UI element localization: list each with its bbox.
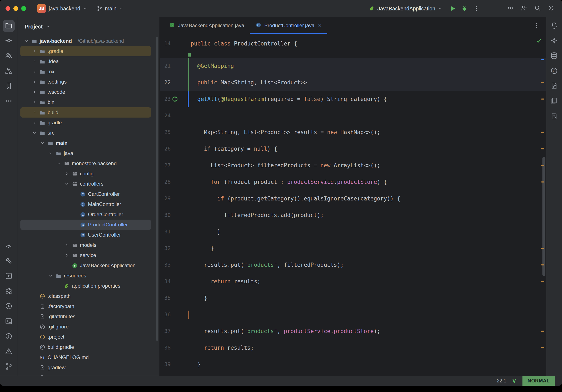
tab-javabackendapplication-java[interactable]: JavaBackendApplication.java [164, 17, 250, 34]
ai-assistant-chat-tool-button[interactable] [548, 35, 560, 47]
code-line-36[interactable]: 36 [160, 306, 546, 323]
notifications-tool-button[interactable] [548, 20, 560, 32]
line-number[interactable]: 25 [160, 124, 171, 141]
tree-item-usercontroller[interactable]: CUserController [20, 230, 151, 240]
line-number[interactable]: 35 [160, 290, 171, 306]
line-number[interactable]: 38 [160, 340, 171, 356]
editor-scrollbar[interactable] [542, 157, 545, 276]
persistence-tool-button[interactable] [548, 80, 560, 92]
line-number[interactable]: 29 [160, 190, 171, 207]
tree-item-javabackendapplication[interactable]: JavaBackendApplication [20, 261, 151, 271]
rest-endpoint-icon[interactable] [172, 96, 178, 102]
code-line-27[interactable]: 27 List<Product> filteredProducts = new … [160, 157, 546, 174]
tree-item-productcontroller[interactable]: CProductController [20, 220, 151, 230]
code-line-34[interactable]: 34 return results; [160, 273, 546, 290]
line-number[interactable]: 14 [160, 35, 171, 52]
tree-item-src[interactable]: src [20, 128, 151, 138]
vim-mode-badge[interactable]: NORMAL [522, 376, 555, 386]
close-icon[interactable]: × [318, 22, 322, 29]
tree-item-changelog-md[interactable]: MCHANGELOG.md [20, 352, 151, 362]
line-number[interactable]: 27 [160, 157, 171, 174]
tree-item-gitattributes[interactable]: .gitattributes [20, 311, 151, 322]
code-line-38[interactable]: 38 return results; [160, 340, 546, 356]
tree-item-java-backend[interactable]: java-backend~/Github/java-backend [20, 36, 151, 46]
branch-widget[interactable]: main [93, 4, 127, 13]
tree-item-idea[interactable]: .idea [20, 56, 151, 67]
tree-item-gitignore[interactable]: .gitignore [20, 322, 151, 332]
tree-item-settings[interactable]: .settings [20, 77, 151, 87]
line-number[interactable]: 32 [160, 240, 171, 257]
tree-item-classpath[interactable]: .classpath [20, 291, 151, 301]
chevron-right-icon[interactable] [31, 78, 38, 86]
settings-button[interactable] [546, 3, 556, 14]
inspections-ok-icon[interactable] [535, 37, 543, 44]
folded-region[interactable] [160, 52, 546, 58]
line-number[interactable]: 33 [160, 257, 171, 273]
tree-item-resources[interactable]: resources [20, 271, 151, 281]
tab-productcontroller-java[interactable]: CProductController.java× [250, 17, 327, 34]
tree-item-build-gradle[interactable]: Gbuild.gradle [20, 342, 151, 352]
bookmarks-tool-button[interactable] [3, 80, 15, 92]
line-number[interactable]: 22 [160, 74, 171, 91]
run-configuration-widget[interactable]: JavaBackendApplication [365, 4, 446, 13]
minimize-button[interactable] [13, 6, 18, 11]
tree-item-application-properties[interactable]: application.properties [20, 281, 151, 291]
chevron-right-icon[interactable] [31, 48, 38, 55]
more-run-options-button[interactable] [471, 3, 482, 14]
code-with-me-button[interactable] [519, 3, 529, 14]
tree-item-ordercontroller[interactable]: COrderController [20, 209, 151, 220]
close-button[interactable] [6, 6, 10, 11]
chevron-right-icon[interactable] [31, 109, 38, 116]
chevron-down-icon[interactable] [23, 37, 30, 45]
code-line-22[interactable]: 22 public Map<String, List<Product>> [160, 74, 546, 91]
line-number[interactable]: 26 [160, 141, 171, 157]
line-number[interactable]: 28 [160, 174, 171, 190]
pull-requests-tool-button[interactable] [3, 50, 15, 62]
gradle-tool-button[interactable]: G [548, 65, 560, 77]
line-number[interactable]: 31 [160, 224, 171, 240]
line-number[interactable]: 39 [160, 356, 171, 373]
line-number[interactable]: 21 [160, 58, 171, 74]
line-number[interactable]: 23 [160, 91, 171, 107]
chevron-down-icon[interactable] [31, 129, 38, 137]
tree-item-models[interactable]: models [20, 240, 151, 250]
services-tool-button[interactable] [3, 270, 15, 282]
chevron-down-icon[interactable] [63, 180, 70, 188]
code-line-14[interactable]: 14public class ProductController { [160, 35, 546, 52]
code-line-24[interactable]: 24 [160, 107, 546, 124]
tree-item-config[interactable]: config [20, 168, 151, 179]
tree-item-nx[interactable]: .nx [20, 67, 151, 77]
profiler-tool-button[interactable] [3, 240, 15, 252]
code-line-39[interactable]: 39 } [160, 356, 546, 373]
run-tool-button[interactable] [3, 301, 15, 312]
tree-item-gradle[interactable]: .gradle [20, 46, 151, 56]
ai-assistant-button[interactable] [505, 3, 516, 14]
debug-button[interactable] [459, 3, 470, 14]
code-line-32[interactable]: 32 } [160, 240, 546, 257]
plugins-tool-button[interactable] [3, 285, 15, 297]
code-line-23[interactable]: 23 getAll(@RequestParam(required = false… [160, 91, 546, 107]
commit-tool-button[interactable] [3, 35, 15, 47]
structure-tool-button[interactable] [3, 65, 15, 77]
editor-options-button[interactable] [531, 20, 542, 31]
tree-item-java[interactable]: java [20, 148, 151, 158]
code-line-28[interactable]: 28 for (Product product : productService… [160, 174, 546, 190]
tree-item-maincontroller[interactable]: CMainController [20, 199, 151, 209]
code-line-33[interactable]: 33 results.put("products", filteredProdu… [160, 257, 546, 273]
line-number[interactable]: 37 [160, 323, 171, 340]
warnings-tool-button[interactable] [3, 346, 15, 358]
documentation-tool-button[interactable] [548, 95, 560, 107]
code-line-30[interactable]: 30 filteredProducts.add(product); [160, 207, 546, 224]
tree-item-service[interactable]: service [20, 250, 151, 261]
chevron-down-icon[interactable] [47, 272, 54, 280]
find-tool-button[interactable] [548, 110, 560, 122]
chevron-right-icon[interactable] [31, 98, 38, 106]
line-number[interactable]: 24 [160, 107, 171, 124]
chevron-down-icon[interactable] [55, 160, 62, 167]
tree-item-vscode[interactable]: .vscode [20, 87, 151, 97]
project-tool-button[interactable] [3, 20, 15, 32]
build-tool-button[interactable] [3, 255, 15, 267]
code-editor[interactable]: 14public class ProductController {21 @Ge… [160, 34, 546, 376]
chevron-down-icon[interactable] [47, 149, 54, 157]
tree-item-bin[interactable]: bin [20, 97, 151, 107]
